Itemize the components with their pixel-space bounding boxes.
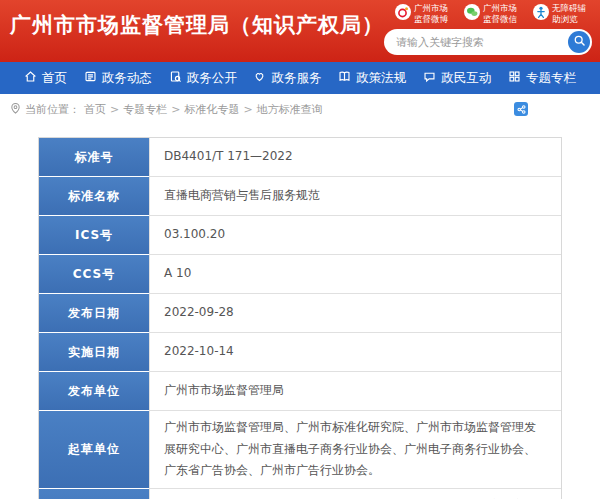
- breadcrumb-link-home[interactable]: 首页: [84, 102, 106, 117]
- row-label: 发布单位: [39, 372, 149, 411]
- row-label: 起草人: [39, 489, 149, 499]
- breadcrumb-separator: >: [243, 103, 252, 116]
- row-value: 2022-10-14: [149, 333, 561, 372]
- book-icon: [338, 70, 351, 86]
- breadcrumb-separator: >: [110, 103, 119, 116]
- row-label: 标准名称: [39, 177, 149, 216]
- row-label: 起草单位: [39, 411, 149, 489]
- breadcrumb-link-local-standard-query[interactable]: 地方标准查询: [257, 102, 323, 117]
- nav-item-news[interactable]: 政务动态: [84, 70, 152, 87]
- row-label: CCS号: [39, 255, 149, 294]
- row-label: 标准号: [39, 138, 149, 177]
- nav-item-disclosure[interactable]: 政务公开: [169, 70, 237, 87]
- table-row-drafters: 起草人 王海、陈大海、陈磊、钟晶晶、张业文、廖憬珏、王刚、陈穗滨、庞玉端、钟敏雄: [39, 489, 561, 499]
- row-value: 03.100.20: [149, 216, 561, 255]
- breadcrumb-label: 当前位置：: [25, 102, 80, 117]
- wechat-link-label: 广州市场监督微信: [483, 3, 523, 24]
- row-value: 直播电商营销与售后服务规范: [149, 177, 561, 216]
- nav-item-label: 政民互动: [441, 70, 491, 87]
- search-box: [384, 29, 592, 55]
- site-title: 广州市市场监督管理局（知识产权局）: [10, 11, 384, 39]
- accessibility-link[interactable]: 无障碍辅助浏览: [533, 3, 592, 24]
- document-search-icon: [169, 70, 182, 86]
- nav-item-services[interactable]: 政务服务: [253, 70, 321, 87]
- news-icon: [84, 70, 97, 86]
- table-row-publish-date: 发布日期 2022-09-28: [39, 294, 561, 333]
- table-row-drafting-units: 起草单位 广州市市场监督管理局、广州市标准化研究院、广州市市场监督管理发展研究中…: [39, 411, 561, 489]
- site-header: 广州市市场监督管理局（知识产权局） 广州市场监督微博 广州市场监督微信 无障碍辅…: [0, 0, 600, 62]
- row-label: 实施日期: [39, 333, 149, 372]
- nav-item-topics[interactable]: 专题专栏: [508, 70, 576, 87]
- nav-item-policies[interactable]: 政策法规: [338, 70, 406, 87]
- row-value: 2022-09-28: [149, 294, 561, 333]
- nav-item-label: 专题专栏: [526, 70, 576, 87]
- row-value: DB4401/T 171—2022: [149, 138, 561, 177]
- table-row-ics-number: ICS号 03.100.20: [39, 216, 561, 255]
- home-icon: [24, 70, 37, 86]
- search-input[interactable]: [396, 36, 568, 49]
- nav-item-label: 政务动态: [102, 70, 152, 87]
- location-pin-icon: [10, 102, 21, 118]
- wechat-icon: [464, 4, 480, 24]
- accessibility-icon: [533, 4, 549, 24]
- standard-detail-table: 标准号 DB4401/T 171—2022 标准名称 直播电商营销与售后服务规范…: [38, 137, 562, 499]
- quick-links: 广州市场监督微博 广州市场监督微信 无障碍辅助浏览: [384, 3, 592, 24]
- row-label: 发布日期: [39, 294, 149, 333]
- grid-icon: [508, 70, 521, 86]
- chat-icon: [423, 70, 436, 86]
- heart-icon: [253, 70, 266, 86]
- nav-item-label: 政务服务: [271, 70, 321, 87]
- search-button[interactable]: [568, 31, 590, 53]
- breadcrumb-link-standardization[interactable]: 标准化专题: [184, 102, 239, 117]
- table-row-implementation-date: 实施日期 2022-10-14: [39, 333, 561, 372]
- table-row-standard-number: 标准号 DB4401/T 171—2022: [39, 138, 561, 177]
- nav-item-label: 政策法规: [356, 70, 406, 87]
- row-value: 广州市市场监督管理局、广州市标准化研究院、广州市市场监督管理发展研究中心、广州市…: [149, 411, 561, 489]
- breadcrumb-separator: >: [171, 103, 180, 116]
- weibo-link[interactable]: 广州市场监督微博: [395, 3, 454, 24]
- main-nav: 首页 政务动态 政务公开 政务服务 政策法规 政民互动 专题专栏: [0, 62, 600, 94]
- table-row-ccs-number: CCS号 A 10: [39, 255, 561, 294]
- nav-item-home[interactable]: 首页: [24, 70, 67, 87]
- row-value: 王海、陈大海、陈磊、钟晶晶、张业文、廖憬珏、王刚、陈穗滨、庞玉端、钟敏雄: [149, 489, 561, 499]
- breadcrumb-link-topics[interactable]: 专题专栏: [123, 102, 167, 117]
- nav-item-interaction[interactable]: 政民互动: [423, 70, 491, 87]
- nav-item-label: 首页: [42, 70, 67, 87]
- row-value: A 10: [149, 255, 561, 294]
- accessibility-link-label: 无障碍辅助浏览: [552, 3, 592, 24]
- breadcrumb: 当前位置： 首页 > 专题专栏 > 标准化专题 > 地方标准查询: [0, 94, 600, 125]
- table-row-standard-name: 标准名称 直播电商营销与售后服务规范: [39, 177, 561, 216]
- search-icon: [573, 34, 586, 50]
- header-right: 广州市场监督微博 广州市场监督微信 无障碍辅助浏览: [384, 3, 592, 55]
- weibo-icon: [395, 4, 411, 24]
- weibo-link-label: 广州市场监督微博: [414, 3, 454, 24]
- share-icon[interactable]: [514, 102, 528, 116]
- wechat-link[interactable]: 广州市场监督微信: [464, 3, 523, 24]
- table-row-publishing-unit: 发布单位 广州市市场监督管理局: [39, 372, 561, 411]
- row-value: 广州市市场监督管理局: [149, 372, 561, 411]
- row-label: ICS号: [39, 216, 149, 255]
- nav-item-label: 政务公开: [187, 70, 237, 87]
